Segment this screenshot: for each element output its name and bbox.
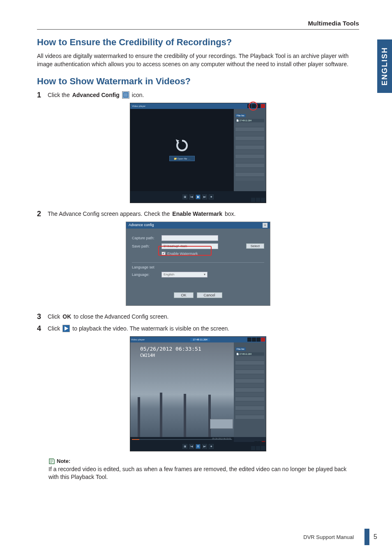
gear-icon[interactable]: [256, 446, 260, 450]
screenshot-player-config-highlight: Video player 📁 Open file … File list 📄 1…: [130, 103, 266, 203]
step-number: 2: [37, 210, 43, 218]
play-icon: [62, 325, 70, 332]
svg-marker-4: [176, 139, 180, 143]
page-number: 5: [374, 533, 377, 541]
close-icon[interactable]: [261, 338, 265, 342]
step-number: 4: [37, 324, 43, 333]
progress-time: 05-26-2012 06:33:51: [212, 437, 231, 440]
expand-icon[interactable]: [261, 446, 265, 450]
maximize-icon[interactable]: [256, 104, 261, 108]
step-fwd-icon[interactable]: ▶I: [202, 444, 207, 449]
player-controls: ▣ I◀ ▶ ▶I ■: [130, 191, 266, 203]
step-4: 4 Click to playback the video. The water…: [37, 324, 359, 333]
snapshot-icon[interactable]: ▣: [182, 444, 187, 449]
language-select[interactable]: English▾: [161, 272, 208, 278]
gear-icon[interactable]: [256, 198, 260, 202]
step4-pre: Click: [48, 325, 60, 332]
grid-icon[interactable]: [251, 198, 255, 202]
dialog-title: Advance config: [129, 223, 154, 228]
step2-pre: The Advance Config screen appears. Check…: [48, 210, 170, 217]
watermark-timestamp: 05/26/2012 06:33:51: [140, 346, 201, 352]
footer-accent-icon: [364, 529, 369, 545]
progress-bar[interactable]: 05-26-2012 06:33:51: [130, 437, 234, 442]
advanced-config-icon: [122, 91, 129, 99]
window-buttons: [247, 338, 265, 342]
player-sidebar: File list 📄 17-48-11.264: [234, 342, 266, 437]
screenshot-advance-config-dialog: Advance config × Capture path: Save path…: [126, 222, 270, 306]
section1-para: All videos are digitally watermarked to …: [37, 52, 359, 69]
step2-post: box.: [225, 210, 235, 217]
file-item[interactable]: 📄 17-48-11.264: [235, 119, 264, 122]
stop-icon[interactable]: ■: [209, 444, 214, 449]
capture-path-input[interactable]: [161, 235, 218, 241]
snapshot-icon[interactable]: ▣: [182, 194, 187, 199]
file-tab[interactable]: 17-48-11.264: [190, 338, 210, 341]
list-row: [235, 123, 264, 127]
minimize-icon[interactable]: [252, 104, 256, 108]
layout-icons: [251, 198, 265, 202]
step-fwd-icon[interactable]: ▶I: [202, 194, 207, 199]
chevron-down-icon: ▾: [204, 273, 205, 276]
step2-bold: Enable Watermark: [172, 210, 222, 217]
file-item[interactable]: 📄 17-48-11.264: [235, 352, 264, 356]
maximize-icon[interactable]: [256, 338, 261, 342]
watermark-model: CW214H: [140, 353, 155, 358]
enable-watermark-label: Enable Watermark: [167, 252, 198, 256]
cancel-button[interactable]: Cancel: [197, 292, 222, 298]
open-file-button[interactable]: 📁 Open file …: [169, 156, 195, 161]
video-area: 05/26/2012 06:33:51 CW214H: [130, 342, 234, 437]
step-back-icon[interactable]: I◀: [189, 194, 194, 199]
player-titlebar: Video player: [130, 103, 266, 109]
dialog-close-icon[interactable]: ×: [263, 223, 267, 228]
note-icon: [48, 458, 55, 465]
note-text: If a recorded video is edited, such as w…: [48, 465, 353, 481]
window-buttons: [247, 104, 265, 108]
close-icon[interactable]: [261, 104, 265, 108]
step4-post: to playback the video. The watermark is …: [72, 325, 229, 332]
page-footer: DVR Support Manual 5: [0, 529, 392, 545]
step3-pre: Click: [48, 313, 60, 320]
expand-icon[interactable]: [261, 198, 265, 202]
note-label: Note:: [57, 458, 70, 464]
capture-path-label: Capture path:: [132, 236, 161, 240]
pause-icon[interactable]: II: [196, 444, 201, 449]
minimize-icon[interactable]: [252, 338, 256, 342]
section1-title: How to Ensure the Credibility of Recordi…: [37, 37, 359, 48]
recycle-icon: [175, 139, 189, 153]
save-path-label: Save path:: [132, 244, 161, 248]
step-2: 2 The Advance Config screen appears. Che…: [37, 210, 359, 218]
step1-pre: Click the: [48, 92, 70, 98]
breadcrumb: Multimedia Tools: [37, 20, 359, 30]
note-header: Note:: [48, 458, 359, 465]
step1-bold: Advanced Config: [72, 92, 120, 98]
save-path-input[interactable]: D:\backup\ desk: [161, 243, 218, 249]
enable-watermark-checkbox[interactable]: ✓: [161, 252, 166, 256]
play-icon[interactable]: ▶: [196, 194, 201, 199]
stop-icon[interactable]: ■: [209, 194, 214, 199]
step-back-icon[interactable]: I◀: [189, 444, 194, 449]
player-sidebar: File list 📄 17-48-11.264: [234, 109, 266, 191]
filelist-tab[interactable]: File list: [235, 114, 246, 117]
language-label: Language:: [132, 273, 161, 277]
screenshot-player-watermark: Video player 17-48-11.264 05/26/2012 06:…: [130, 336, 266, 451]
footer-manual-title: DVR Support Manual: [303, 534, 354, 540]
step-1: 1 Click the Advanced Config icon.: [37, 91, 359, 99]
step-number: 1: [37, 91, 43, 99]
player-titlebar: Video player 17-48-11.264: [130, 337, 266, 342]
select-button[interactable]: Select: [246, 243, 264, 249]
ok-button[interactable]: OK: [174, 292, 193, 298]
step1-post: icon.: [132, 92, 144, 98]
layout-icons: [251, 446, 265, 450]
grid-icon[interactable]: [251, 446, 255, 450]
filelist-tab[interactable]: File list: [235, 347, 246, 351]
player-main-area: 📁 Open file …: [130, 109, 234, 191]
config-icon[interactable]: [247, 338, 251, 342]
section2-title: How to Show Watermark in Videos?: [37, 76, 359, 87]
step3-post: to close the Advanced Config screen.: [74, 313, 168, 320]
language-tab: ENGLISH: [377, 39, 392, 93]
step3-bold: OK: [62, 313, 71, 320]
config-icon[interactable]: [247, 104, 251, 108]
player-title: Video player: [131, 105, 145, 107]
svg-marker-5: [65, 326, 68, 331]
video-scene: [130, 380, 234, 437]
